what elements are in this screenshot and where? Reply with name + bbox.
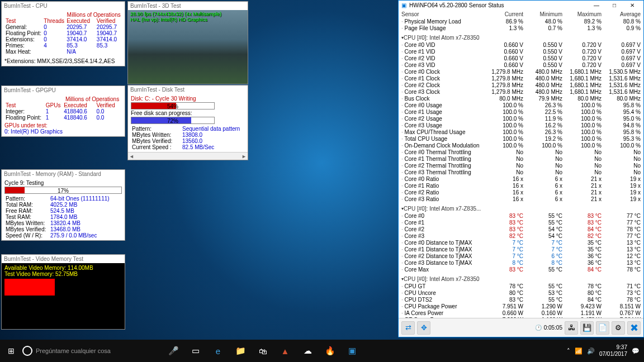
sensor-section[interactable]: CPU [#0]: Intel Atom x7-Z835... [401, 203, 641, 213]
sensor-row[interactable]: Core #1 Clock1,279.8 MHz480.0 MHz1,680.1… [401, 75, 641, 82]
hwinfo-titlebar[interactable]: ▣ HWiNFO64 v5.20-2800 Sensor Status — □ … [399, 1, 643, 10]
sensor-row[interactable]: Core #0 Distance to TjMAX7 °C7 °C35 °C13… [401, 240, 641, 246]
sensor-row[interactable]: Bus Clock80.0 MHz79.9 MHz80.0 MHz80.0 MH… [401, 96, 641, 102]
hwinfo-icon: ▣ [401, 2, 406, 8]
search-box[interactable]: Pregúntame cualquier cosa [22, 346, 162, 356]
sensor-row[interactable]: Core #2 Clock1,279.8 MHz480.0 MHz1,680.1… [401, 82, 641, 89]
sensor-row[interactable]: On-Demand Clock Modulation100.0 %100.0 %… [401, 142, 641, 149]
clock-icon: 🕐 [535, 325, 542, 331]
sensor-section[interactable]: CPU [#0]: Intel Atom x7-Z8350 [401, 273, 641, 283]
sensor-row[interactable]: Physical Memory Load86.9 %48.0 %89.2 %80… [401, 18, 641, 25]
sensor-section[interactable]: CPU [#0]: Intel Atom x7-Z8350 [401, 32, 641, 42]
expand-icon[interactable]: ✥ [417, 321, 430, 335]
close-x-icon[interactable]: ✖ [627, 321, 641, 335]
minimize-button[interactable]: — [588, 2, 605, 8]
hwinfo-toolbar: ⇄ ✥ 🕐 0:05:05 🖧 💾 📄 ⚙ ✖ [399, 318, 643, 337]
sensor-row[interactable]: Core #3 Distance to TjMAX8 °C8 °C36 °C13… [401, 260, 641, 266]
sensor-row[interactable]: Total CPU Usage100.0 %19.2 %100.0 %95.3 … [401, 136, 641, 142]
explorer-icon[interactable]: 📁 [229, 346, 252, 356]
action-center-icon[interactable]: 💬 [632, 347, 640, 355]
settings-icon[interactable]: ⚙ [612, 321, 625, 335]
sensor-row[interactable]: Core #1 Ratio16 x6 x21 x19 x [401, 183, 641, 189]
sensor-row[interactable]: Core #3 Usage100.0 %16.2 %100.0 %94.8 % [401, 122, 641, 129]
sensor-row[interactable]: Max CPU/Thread Usage100.0 %26.3 %100.0 %… [401, 129, 641, 136]
sensor-row[interactable]: Core Max83 °C55 °C84 °C78 °C [401, 266, 641, 273]
sensor-row[interactable]: Core #2 VID0.660 V0.550 V0.720 V0.697 V [401, 55, 641, 62]
burnintest-disk-window[interactable]: BurnInTest - Disk Test Disk: C: - Cycle … [127, 85, 248, 160]
window-title: BurnInTest - Video Memory Test [2, 255, 125, 263]
app-icon-2[interactable]: ☁ [296, 346, 319, 356]
sensor-row[interactable]: CPU Package Power7.951 W1.290 W9.423 W8.… [401, 303, 641, 310]
hwinfo-window[interactable]: ▣ HWiNFO64 v5.20-2800 Sensor Status — □ … [398, 0, 644, 337]
sensor-row[interactable]: Core #382 °C54 °C82 °C77 °C [401, 233, 641, 240]
sensor-row[interactable]: Core #0 Usage100.0 %26.3 %100.0 %95.8 % [401, 102, 641, 109]
sensor-row[interactable]: IA Cores Power0.660 W0.160 W1.191 W0.767… [401, 310, 641, 317]
scrollbar-h[interactable]: ◄► [128, 152, 248, 160]
burnintest-videomem-window[interactable]: BurnInTest - Video Memory Test Available… [1, 254, 125, 330]
sensor-row[interactable]: Page File Usage1.3 %0.7 %1.3 %0.9 % [401, 25, 641, 32]
taskview-icon[interactable]: ▭ [184, 346, 207, 356]
burnintest-gpgpu-window[interactable]: BurnInTest - GPGPU Millions of Operation… [1, 85, 125, 137]
sensor-row[interactable]: Core #083 °C55 °C83 °C77 °C [401, 213, 641, 220]
sensor-row[interactable]: Core #2 Thermal ThrottlingNoNoNoNo [401, 163, 641, 169]
sensor-row[interactable]: Core #1 Distance to TjMAX7 °C7 °C35 °C13… [401, 246, 641, 253]
burnintest-cpu-window[interactable]: BurnInTest - CPU Millions of Operations … [1, 1, 125, 66]
save-icon[interactable]: 💾 [580, 321, 594, 335]
burnintest-memory-window[interactable]: BurnInTest - Memory (RAM) - Standard Cyc… [1, 169, 125, 241]
sensor-row[interactable]: Core #2 Usage100.0 %11.9 %100.0 %95.0 % [401, 116, 641, 122]
window-title: BurnInTest - GPGPU [2, 86, 125, 94]
burnintest-3d-window[interactable]: BurnInTest - 3D Test 28.90 fps (744x438x… [127, 1, 248, 84]
window-title: BurnInTest - Disk Test [128, 85, 248, 94]
sensor-row[interactable]: Core #283 °C54 °C84 °C78 °C [401, 226, 641, 233]
sensor-row[interactable]: Core #1 Usage100.0 %22.5 %100.0 %95.4 % [401, 109, 641, 116]
disk-progress-2: 72% [131, 117, 215, 124]
store-icon[interactable]: 🛍 [252, 346, 274, 356]
sensor-row[interactable]: Core #0 Ratio16 x6 x21 x19 x [401, 176, 641, 183]
hwinfo-columns: Sensor Current Minimum Maximum Average [399, 10, 643, 18]
sensor-row[interactable]: CPU Uncore80 °C53 °C80 °C73 °C [401, 290, 641, 297]
log-icon[interactable]: 📄 [596, 321, 609, 335]
network-icon[interactable]: 🖧 [565, 321, 578, 335]
volume-icon[interactable]: 🔊 [587, 347, 595, 355]
maximize-button[interactable]: □ [606, 2, 623, 8]
sensor-row[interactable]: Core #3 Ratio16 x6 x21 x19 x [401, 196, 641, 203]
sensor-row[interactable]: Core #183 °C55 °C83 °C77 °C [401, 220, 641, 226]
cpu-extensions: *Extensions: MMX,SSE/2/3,SSE4.1/4.2,AES [4, 58, 122, 64]
nav-arrows-icon[interactable]: ⇄ [401, 321, 415, 335]
hwinfo-taskbar-icon[interactable]: ▣ [341, 346, 363, 356]
sensor-row[interactable]: Core #2 Ratio16 x6 x21 x19 x [401, 189, 641, 196]
taskbar[interactable]: ⊞ Pregúntame cualquier cosa 🎤 ▭ e 📁 🛍 ▲ … [0, 340, 644, 362]
3d-viewport: 28.90 fps (744x438x32) (4x Multisample) … [128, 10, 248, 84]
sensor-row[interactable]: CPU GT78 °C55 °C78 °C71 °C [401, 283, 641, 290]
window-title: BurnInTest - 3D Test [128, 2, 248, 10]
window-title: BurnInTest - CPU [2, 2, 125, 10]
app-icon-1[interactable]: ▲ [274, 346, 296, 356]
sensor-row[interactable]: Core #1 VID0.660 V0.550 V0.720 V0.697 V [401, 49, 641, 55]
start-button[interactable]: ⊞ [0, 346, 22, 355]
disk-progress-1: 54% [131, 102, 215, 109]
mic-icon[interactable]: 🎤 [162, 346, 184, 356]
sensor-row[interactable]: Core #2 Distance to TjMAX7 °C6 °C36 °C12… [401, 253, 641, 260]
cortana-icon [22, 346, 32, 356]
burnintest-icon[interactable]: 🔥 [319, 346, 341, 356]
window-title: BurnInTest - Memory (RAM) - Standard [2, 170, 125, 178]
edge-icon[interactable]: e [207, 346, 229, 356]
sensor-row[interactable]: Core #1 Thermal ThrottlingNoNoNoNo [401, 156, 641, 163]
vmem-block [4, 279, 55, 296]
sensor-row[interactable]: Core #0 Clock1,279.8 MHz480.0 MHz1,680.1… [401, 69, 641, 75]
sensor-row[interactable]: Core #3 Thermal ThrottlingNoNoNoNo [401, 169, 641, 176]
elapsed-time: 0:05:05 [544, 325, 562, 331]
sensor-row[interactable]: Core #3 VID0.660 V0.550 V0.720 V0.697 V [401, 62, 641, 69]
tray-chevron-icon[interactable]: ˄ [567, 347, 570, 355]
sensor-row[interactable]: Core #0 VID0.660 V0.550 V0.720 V0.697 V [401, 42, 641, 49]
wifi-icon[interactable]: 📶 [575, 347, 583, 355]
memory-progress: 17% [4, 187, 122, 194]
sensor-row[interactable]: CPU DTS283 °C55 °C84 °C78 °C [401, 297, 641, 303]
clock[interactable]: 9:37 07/01/2017 [599, 344, 627, 358]
sensor-row[interactable]: Core #0 Thermal ThrottlingNoNoNoNo [401, 149, 641, 156]
close-button[interactable]: ✕ [624, 2, 641, 8]
sensor-row[interactable]: Core #3 Clock1,279.8 MHz480.0 MHz1,680.1… [401, 89, 641, 96]
